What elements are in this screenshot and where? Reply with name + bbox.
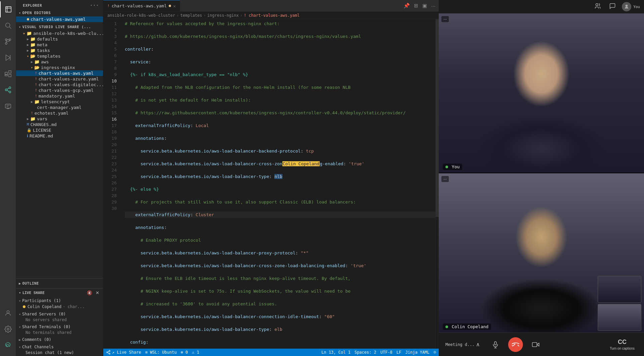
file-label-cert: cert-manager.yaml [37,105,82,110]
comments-title[interactable]: ▶ Comments (0) [16,337,103,343]
tab-active[interactable]: ! chart-values-aws.yaml ✕ [103,0,180,11]
folder-icon-aws: 📁 [34,59,40,64]
participants-title[interactable]: ▾ Participants (1) [16,298,103,304]
tab-close-btn[interactable]: ✕ [173,4,176,8]
tree-item-chart-digital[interactable]: ! chart-values-digitaloc... [16,82,103,87]
thumbnail-1[interactable] [598,276,641,303]
tree-item-changes[interactable]: M CHANGES.md [16,122,103,127]
activity-icon-remote-indicator[interactable] [0,337,16,353]
folder-icon-templates: 📂 [30,54,36,59]
liveshare-end-btn[interactable]: ✕ [95,290,100,296]
vslive-chevron: ▾ [19,25,21,29]
file-label-readme: README.md [30,133,53,138]
liveshare-header[interactable]: ▾ Live Share 🔇 ✕ [16,289,103,297]
tree-item-ingress-nginx[interactable]: ▾ 📂 ingress-nginx [16,65,103,70]
breadcrumb-part-3[interactable]: ingress-nginx [207,13,239,18]
thumbnail-2[interactable] [598,304,641,331]
activity-icon-search[interactable] [0,17,16,34]
activity-icon-accounts[interactable] [0,305,16,321]
status-eol[interactable]: LF [396,350,401,355]
tree-item-chart-gcp[interactable]: ! chart-values-gcp.yaml [16,87,103,93]
camera-btn[interactable] [528,337,543,352]
file-icon-readme: ℹ [27,134,28,138]
chat-channels-title[interactable]: ▾ Chat Channels [16,344,103,350]
tree-item-license[interactable]: 🔒 LICENSE [16,127,103,133]
tree-item-cert-manager[interactable]: cert-manager.yaml [16,105,103,110]
activity-icon-extensions[interactable] [0,66,16,82]
activity-icon-liveshare[interactable] [0,82,16,98]
minimap[interactable] [435,19,439,349]
tree-item-mandatory[interactable]: ! mandatory.yaml [16,93,103,99]
tree-item-chart-azure[interactable]: ! chart-values-azure.yaml [16,76,103,82]
svg-point-22 [109,353,110,354]
split-editor-btn[interactable]: ⊞ [413,2,420,9]
tree-item-defaults[interactable]: ▶ 📁 defaults [16,36,103,42]
svg-line-2 [9,27,11,28]
status-language[interactable]: Jinja YAML [406,350,430,355]
svg-marker-30 [537,343,539,346]
vslive-label: Visual Studio Live Share (... [22,25,91,29]
breadcrumb-part-1[interactable]: ansible-role-k8s-web-cluster [107,13,175,18]
tree-item-readme[interactable]: ℹ README.md [16,133,103,139]
no-servers-label: No servers shared [16,317,103,322]
feed-options-btn-colin[interactable]: ··· [441,176,449,182]
activity-icon-settings[interactable] [0,321,16,337]
outline-title[interactable]: ▶ Outline [16,280,103,287]
open-editor-item[interactable]: chart-values-aws.yaml [16,16,103,22]
activity-icon-run[interactable] [0,50,16,66]
svg-point-20 [109,350,110,352]
status-liveshare[interactable]: ↗ Live Share [106,350,141,355]
open-editors-section[interactable]: ▾ Open Editors [16,9,103,16]
activity-icon-explorer[interactable] [0,1,16,17]
tree-item-meta[interactable]: ▶ 📁 meta [16,42,103,48]
tab-modified-dot [169,5,171,7]
tree-item-letsencrypt[interactable]: ▶ 📁 letsencrypt [16,99,103,105]
tabs-more-btn[interactable]: ··· [430,2,437,9]
status-warnings[interactable]: ⚠ 1 [192,350,199,355]
folder-icon-letsencrypt: 📁 [34,99,40,104]
thumb-bg-2 [598,304,641,331]
tree-item-echotest[interactable]: ! echotest.yaml [16,110,103,116]
svg-point-19 [7,328,9,330]
captions-btn[interactable]: CC Turn on captions [607,337,637,352]
participants-btn[interactable] [592,2,603,12]
status-encoding[interactable]: UTF-8 [380,350,392,355]
status-spaces[interactable]: Spaces: 2 [355,350,376,355]
svg-line-15 [7,90,9,92]
session-chat-item[interactable]: Session chat (1 new) [16,350,103,355]
thumbnail-strip [598,276,641,331]
tree-item-templates[interactable]: ▾ 📂 templates [16,53,103,59]
liveshare-mute-btn[interactable]: 🔇 [86,290,93,296]
svg-point-18 [7,311,9,313]
status-line-col[interactable]: Ln 13, Col 1 [321,350,351,355]
status-remote[interactable]: ≋ WSL: Ubuntu [145,350,177,355]
activity-icon-source-control[interactable] [0,34,16,50]
layout-btn[interactable]: ▣ [421,2,428,9]
editor-area: ! chart-values-aws.yaml ✕ 📌 ⊞ ▣ ··· ansi… [103,0,439,356]
tree-root-folder[interactable]: ▾ 📁 ansible-role-k8s-web-clu... [16,31,103,36]
tree-item-chart-aws[interactable]: ! chart-values-aws.yaml [16,70,103,76]
chat-btn[interactable] [607,2,618,12]
shared-servers-title[interactable]: ▾ Shared Servers (0) [16,311,103,317]
open-editors-chevron: ▾ [19,11,21,15]
tree-item-vars[interactable]: ▶ 📁 vars [16,116,103,122]
status-feedback[interactable]: ☺ [434,350,436,355]
end-call-btn[interactable] [508,337,523,352]
breadcrumb-part-4[interactable]: ! chart-values-aws.yaml [244,13,300,18]
activity-icon-remote[interactable] [0,98,16,114]
vslive-section[interactable]: ▾ Visual Studio Live Share (... [16,23,103,31]
code-area[interactable]: # Reference for values accepted by the i… [121,19,435,349]
meeting-expand-btn[interactable]: ∧ [476,341,480,348]
shared-terminals-title[interactable]: ▾ Shared Terminals (0) [16,324,103,330]
tree-item-tasks[interactable]: ▶ 📁 tasks [16,48,103,53]
status-errors[interactable]: ⊗ 0 [181,350,188,355]
pin-btn[interactable]: 📌 [402,2,411,9]
feed-options-btn-you[interactable]: ··· [441,16,449,22]
breadcrumb-part-2[interactable]: templates [180,13,202,18]
tree-item-aws[interactable]: ▶ 📁 aws [16,59,103,65]
folder-label-templates: templates [37,54,60,59]
explorer-more-btn[interactable]: ··· [90,3,99,8]
status-language-label: Jinja YAML [406,350,430,355]
microphone-btn[interactable] [488,337,503,352]
participant-item: Colin Copeland · char... [16,304,103,310]
